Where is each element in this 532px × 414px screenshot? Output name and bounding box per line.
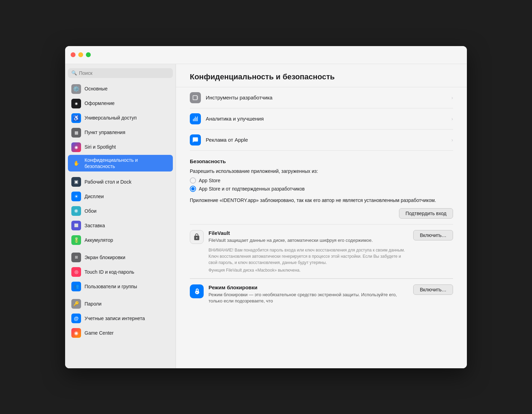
internet-icon: @ (71, 314, 81, 323)
sidebar-item-screensaver[interactable]: ⬜ Заставка (68, 219, 173, 232)
filevault-section: FileVault FileVault защищает данные на д… (190, 224, 453, 279)
sidebar-label-wallpaper: Обои (85, 208, 97, 214)
apple-ads-label: Реклама от Apple (206, 137, 451, 143)
lockdown-enable-button[interactable]: Включить… (413, 284, 453, 295)
privacy-icon: ✋ (71, 158, 81, 168)
sidebar-item-game-center[interactable]: ◉ Game Center (68, 326, 173, 340)
allow-apps-label: Разрешить использование приложений, загр… (190, 168, 453, 174)
confirm-btn-row: Подтвердить вход (190, 208, 453, 219)
game-center-icon: ◉ (71, 328, 81, 338)
displays-icon: ☀ (71, 192, 81, 201)
main-body: Инструменты разработчика › Аналитика и у… (176, 87, 467, 310)
analytics-row[interactable]: Аналитика и улучшения › (190, 108, 453, 130)
sidebar-item-passwords[interactable]: 🔑 Пароли (68, 297, 173, 311)
lockdown-title: Режим блокировки (209, 284, 408, 290)
radio-circle-app-store-devs (190, 186, 196, 192)
radio-label-app-store-devs: App Store и от подтвержденных разработчи… (199, 186, 305, 192)
sidebar-item-users[interactable]: 👥 Пользователи и группы (68, 280, 173, 293)
sidebar-item-accessibility[interactable]: ♿ Универсальный доступ (68, 111, 173, 125)
lockdown-desc: Режим блокировки — это необязательное ср… (209, 292, 408, 304)
sidebar-label-screensaver: Заставка (85, 222, 105, 229)
sidebar-label-control-center: Пункт управления (85, 129, 125, 135)
sidebar-label-appearance: Оформление (85, 100, 115, 106)
security-section: Безопасность Разрешить использование при… (190, 158, 453, 219)
sidebar-item-desktop-dock[interactable]: ▣ Рабочий стол и Dock (68, 175, 173, 189)
radio-label-app-store: App Store (199, 178, 220, 183)
main-content: Конфиденциальность и безопасность Инстру… (176, 64, 467, 368)
search-input[interactable] (79, 70, 169, 76)
radio-circle-app-store (190, 177, 196, 184)
sidebar-label-siri: Siri и Spotlight (85, 144, 116, 150)
sidebar-label-passwords: Пароли (85, 301, 101, 307)
chevron-icon-2: › (451, 116, 453, 122)
filevault-icon (190, 230, 204, 244)
security-section-title: Безопасность (190, 158, 453, 164)
filevault-title: FileVault (209, 230, 408, 236)
sidebar-item-wallpaper[interactable]: ❋ Обои (68, 204, 173, 218)
filevault-desc: FileVault защищает данные на диске, авто… (209, 237, 408, 244)
sidebar-item-battery[interactable]: 🔋 Аккумулятор (68, 233, 173, 247)
maximize-button[interactable] (86, 52, 91, 57)
lockdown-content: Режим блокировки Режим блокировки — это … (209, 284, 408, 304)
filevault-status: Функция FileVault диска «Macbook» выключ… (209, 268, 408, 273)
sidebar-label-privacy: Конфиденциальность и безопасность (85, 157, 169, 169)
battery-icon: 🔋 (71, 235, 81, 245)
accessibility-icon: ♿ (71, 113, 81, 123)
sidebar-label-general: Основные (85, 86, 107, 92)
general-icon: ⚙️ (71, 84, 81, 94)
filevault-enable-button[interactable]: Включить… (413, 230, 453, 240)
desktop-dock-icon: ▣ (71, 177, 81, 187)
sidebar-label-touch-id: Touch ID и код-пароль (85, 269, 134, 275)
chevron-icon: › (451, 95, 453, 100)
wallpaper-icon: ❋ (71, 206, 81, 216)
analytics-label: Аналитика и улучшения (206, 116, 451, 122)
sidebar-item-control-center[interactable]: ▦ Пункт управления (68, 126, 173, 140)
search-icon: 🔍 (71, 70, 77, 76)
filevault-content: FileVault FileVault защищает данные на д… (209, 230, 408, 273)
apple-ads-row[interactable]: Реклама от Apple › (190, 130, 453, 151)
sidebar-item-siri[interactable]: ◉ Siri и Spotlight (68, 140, 173, 154)
lock-screen-icon: ⊞ (71, 253, 81, 262)
page-title: Конфиденциальность и безопасность (190, 72, 453, 81)
sidebar-item-touch-id[interactable]: ◎ Touch ID и код-пароль (68, 265, 173, 279)
sidebar-item-appearance[interactable]: ◉ Оформление (68, 97, 173, 111)
lockdown-section: Режим блокировки Режим блокировки — это … (190, 279, 453, 310)
search-bar[interactable]: 🔍 (68, 68, 173, 78)
sidebar-label-displays: Дисплеи (85, 193, 104, 200)
sidebar-item-general[interactable]: ⚙️ Основные (68, 82, 173, 96)
users-icon: 👥 (71, 282, 81, 291)
traffic-lights (71, 52, 91, 57)
content-area: 🔍 ⚙️ Основные ◉ Оформление ♿ Универсальн… (65, 64, 467, 368)
chevron-icon-3: › (451, 137, 453, 143)
sidebar-label-desktop-dock: Рабочий стол и Dock (85, 179, 131, 185)
close-button[interactable] (71, 52, 76, 57)
sidebar-label-users: Пользователи и группы (85, 283, 137, 290)
sidebar-item-lock-screen[interactable]: ⊞ Экран блокировки (68, 250, 173, 264)
main-header: Конфиденциальность и безопасность (176, 64, 467, 87)
developer-tools-label: Инструменты разработчика (206, 95, 451, 100)
sidebar-label-game-center: Game Center (85, 330, 114, 336)
sidebar-item-internet[interactable]: @ Учетные записи интернета (68, 311, 173, 325)
lockdown-btn-col: Включить… (413, 284, 453, 304)
filevault-btn-col: Включить… (413, 230, 453, 273)
radio-app-store[interactable]: App Store (190, 177, 453, 184)
passwords-icon: 🔑 (71, 299, 81, 309)
sidebar-item-displays[interactable]: ☀ Дисплеи (68, 190, 173, 203)
confirm-login-button[interactable]: Подтвердить вход (399, 208, 453, 219)
analytics-icon (190, 113, 201, 124)
screensaver-icon: ⬜ (71, 221, 81, 230)
sidebar: 🔍 ⚙️ Основные ◉ Оформление ♿ Универсальн… (65, 64, 176, 368)
radio-inner-dot (191, 187, 195, 191)
developer-tools-icon (190, 92, 201, 103)
sidebar-label-internet: Учетные записи интернета (85, 315, 145, 321)
blocked-app-notice: Приложение «IDENTORY.app» заблокировано,… (190, 197, 453, 204)
sidebar-label-accessibility: Универсальный доступ (85, 115, 137, 121)
system-preferences-window: 🔍 ⚙️ Основные ◉ Оформление ♿ Универсальн… (65, 46, 467, 368)
touch-id-icon: ◎ (71, 267, 81, 277)
sidebar-label-battery: Аккумулятор (85, 237, 113, 243)
siri-icon: ◉ (71, 142, 81, 152)
developer-tools-row[interactable]: Инструменты разработчика › (190, 87, 453, 108)
radio-app-store-devs[interactable]: App Store и от подтвержденных разработчи… (190, 186, 453, 192)
sidebar-item-privacy[interactable]: ✋ Конфиденциальность и безопасность (68, 155, 173, 171)
minimize-button[interactable] (78, 52, 83, 57)
